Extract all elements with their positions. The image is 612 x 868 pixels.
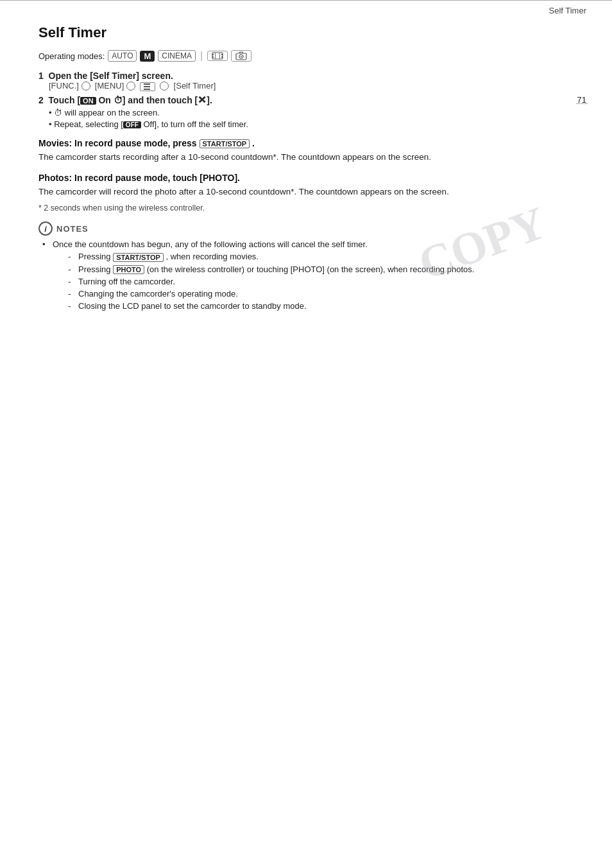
note-dash-list: Pressing START/STOP , when recording mov… xyxy=(53,252,574,311)
film-icon xyxy=(212,52,223,60)
menu-icon-box xyxy=(140,82,155,91)
note-item-1-text: Once the countdown has begun, any of the… xyxy=(53,239,368,249)
dash-item-2: Pressing PHOTO (on the wireless controll… xyxy=(68,265,574,275)
step-1-number: 1 xyxy=(38,71,44,81)
on-badge: ON xyxy=(80,97,96,105)
bullet-1: ⏱ will appear on the screen. xyxy=(49,108,574,117)
photos-subsection-title: Photos: In record pause mode, touch [PHO… xyxy=(38,173,574,183)
mode-divider: | xyxy=(200,50,203,62)
svg-rect-5 xyxy=(215,53,216,59)
mode-auto-badge: AUTO xyxy=(108,50,137,62)
func-circle-2 xyxy=(126,82,135,91)
photos-body: The camcorder will record the photo afte… xyxy=(38,186,574,198)
step-2-number: 2 xyxy=(38,95,44,105)
movies-subsection-title: Movies: In record pause mode, press STAR… xyxy=(38,138,574,148)
movies-body: The camcorder starts recording after a 1… xyxy=(38,151,574,164)
start-stop-badge-note: START/STOP xyxy=(113,253,164,262)
off-badge: OFF xyxy=(123,121,141,128)
notes-section: i NOTES Once the countdown has begun, an… xyxy=(38,221,574,311)
func-circle-1 xyxy=(81,82,90,91)
mode-camera-icon xyxy=(231,50,251,62)
menu-line-2 xyxy=(144,86,150,87)
header-title: Self Timer xyxy=(548,6,586,15)
step-1-sub: [FUNC.] [MENU] [Self Timer] xyxy=(49,81,574,91)
dash-item-3: Turning off the camcorder. xyxy=(68,277,574,286)
menu-line-3 xyxy=(144,89,150,90)
menu-line-1 xyxy=(144,83,150,85)
dash-item-4: Changing the camcorder's operating mode. xyxy=(68,289,574,299)
operating-modes-row: Operating modes: AUTO M CINEMA | xyxy=(38,50,574,62)
page-content: 71 COPY Self Timer Operating modes: AUTO… xyxy=(0,18,612,340)
svg-rect-1 xyxy=(212,54,214,55)
notes-header: i NOTES xyxy=(38,221,574,236)
dash-item-1: Pressing START/STOP , when recording mov… xyxy=(68,252,574,262)
camera-icon xyxy=(235,51,247,60)
header-bar: Self Timer xyxy=(0,1,612,18)
menu-lines xyxy=(144,83,150,90)
svg-rect-3 xyxy=(221,54,223,55)
svg-rect-4 xyxy=(221,56,223,58)
svg-rect-0 xyxy=(212,53,223,59)
info-icon: i xyxy=(38,221,53,236)
start-stop-badge-movies: START/STOP xyxy=(200,139,250,148)
step-1: 1 Open the [Self Timer] screen. [FUNC.] … xyxy=(38,71,574,91)
svg-rect-2 xyxy=(212,56,214,58)
section-title: Self Timer xyxy=(38,24,574,41)
page-rule-right xyxy=(576,103,588,104)
note-item-1: Once the countdown has begun, any of the… xyxy=(42,239,574,311)
operating-modes-label: Operating modes: xyxy=(38,51,105,61)
mode-m-badge: M xyxy=(140,51,155,62)
notes-list: Once the countdown has begun, any of the… xyxy=(38,239,574,311)
step-2-bullets: ⏱ will appear on the screen. Repeat, sel… xyxy=(49,108,574,129)
svg-rect-6 xyxy=(219,53,220,59)
step-1-text: Open the [Self Timer] screen. xyxy=(49,71,173,81)
photo-badge-note: PHOTO xyxy=(113,265,144,274)
svg-point-9 xyxy=(241,56,242,57)
mode-scn-icon xyxy=(207,51,228,61)
mode-cinema-badge: CINEMA xyxy=(158,50,196,62)
footnote: * 2 seconds when using the wireless cont… xyxy=(38,204,574,213)
bullet-2: Repeat, selecting [OFF Off], to turn off… xyxy=(49,119,574,129)
step-2: 2 Touch [ON On ⏱] and then touch [✕]. ⏱ … xyxy=(38,95,574,129)
func-circle-3 xyxy=(160,82,169,91)
dash-item-5: Closing the LCD panel to set the camcord… xyxy=(68,301,574,311)
notes-label: NOTES xyxy=(56,224,89,234)
step-2-text: Touch [ON On ⏱] and then touch [✕]. xyxy=(49,95,212,105)
